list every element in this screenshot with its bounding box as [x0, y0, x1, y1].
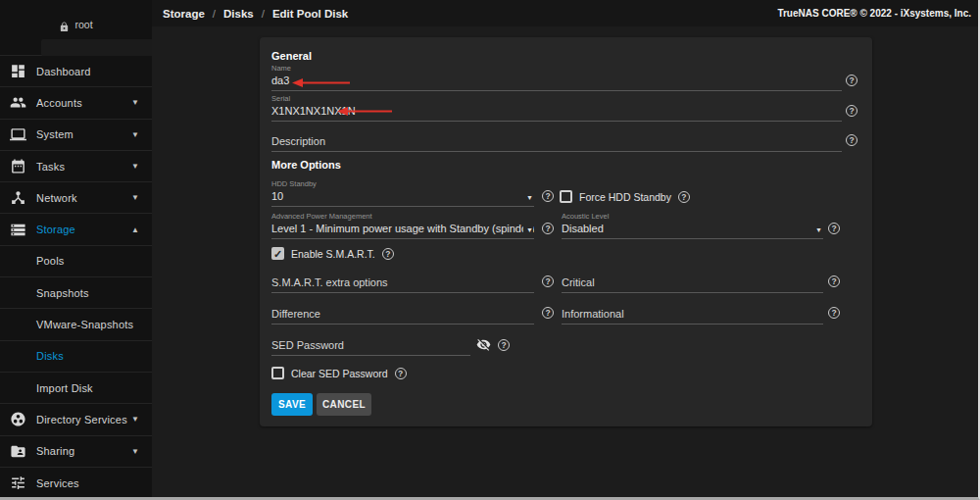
sed-password-help-icon[interactable]: ? — [498, 339, 510, 351]
sidebar-item-label: Import Disk — [36, 382, 93, 394]
sidebar-item-directory-services[interactable]: Directory Services ▼ — [0, 403, 152, 434]
sidebar-item-label: Sharing — [36, 445, 74, 457]
critical-field[interactable]: Critical — [562, 275, 823, 293]
clear-sed-password-checkbox[interactable] — [271, 367, 284, 379]
user-menu[interactable]: root — [0, 0, 152, 55]
sidebar-item-storage[interactable]: Storage ▲ — [0, 213, 152, 244]
sidebar: root Dashboard Accounts ▼ System ▼ Tasks… — [0, 0, 152, 497]
difference-help-icon[interactable]: ? — [542, 307, 554, 319]
chevron-down-icon: ▼ — [131, 98, 139, 107]
sidebar-item-pools[interactable]: Pools — [0, 245, 152, 276]
sidebar-item-label: VMware-Snapshots — [36, 319, 133, 330]
enable-smart-label: Enable S.M.A.R.T. — [291, 248, 375, 260]
enable-smart-help-icon[interactable]: ? — [382, 248, 394, 260]
sidebar-item-accounts[interactable]: Accounts ▼ — [0, 86, 152, 118]
sidebar-item-label: Tasks — [36, 161, 65, 173]
sidebar-item-dashboard[interactable]: Dashboard — [0, 55, 152, 86]
sidebar-nav: Dashboard Accounts ▼ System ▼ Tasks ▼ Ne… — [0, 55, 152, 498]
main-content: General Name da3 ? Serial X1NX1NX1NX1N ? — [152, 26, 978, 497]
enable-smart-row: ✓ Enable S.M.A.R.T. ? — [271, 247, 394, 260]
smart-extra-options-help-icon[interactable]: ? — [542, 275, 554, 287]
acoustic-level-help-icon[interactable]: ? — [828, 223, 840, 234]
username: root — [74, 19, 92, 30]
truenas-app-window: root Dashboard Accounts ▼ System ▼ Tasks… — [0, 0, 980, 500]
force-hdd-standby-checkbox[interactable] — [560, 190, 572, 203]
force-hdd-standby-row: Force HDD Standby ? — [560, 190, 690, 203]
system-icon — [10, 126, 26, 143]
sidebar-item-label: Storage — [36, 224, 75, 235]
name-help-icon[interactable]: ? — [846, 75, 858, 86]
acoustic-level-label: Acoustic Level — [562, 212, 823, 222]
apm-select[interactable]: Advanced Power Management Level 1 - Mini… — [271, 212, 534, 239]
chevron-down-icon: ▼ — [131, 162, 139, 171]
calendar-icon — [10, 158, 26, 175]
sidebar-item-label: Network — [36, 192, 77, 204]
edit-pool-disk-form: General Name da3 ? Serial X1NX1NX1NX1N ? — [260, 37, 872, 426]
difference-placeholder[interactable]: Difference — [271, 307, 534, 325]
section-title-more-options: More Options — [271, 159, 341, 171]
informational-help-icon[interactable]: ? — [828, 307, 840, 319]
informational-field[interactable]: Informational — [562, 307, 823, 325]
force-hdd-standby-label: Force HDD Standby — [579, 191, 671, 203]
hdd-standby-select[interactable]: HDD Standby 10▼ — [271, 179, 534, 207]
section-title-general: General — [271, 50, 312, 62]
force-hdd-standby-help-icon[interactable]: ? — [678, 191, 690, 203]
enable-smart-checkbox[interactable]: ✓ — [271, 247, 284, 260]
sidebar-item-disks[interactable]: Disks — [0, 340, 152, 372]
smart-extra-options-placeholder[interactable]: S.M.A.R.T. extra options — [271, 275, 534, 293]
accounts-icon — [10, 94, 26, 111]
tune-icon — [10, 475, 26, 491]
sidebar-item-snapshots[interactable]: Snapshots — [0, 276, 152, 308]
name-field-label: Name — [271, 64, 842, 74]
breadcrumb-disks[interactable]: Disks — [223, 8, 254, 20]
sidebar-item-label: System — [36, 128, 74, 140]
sidebar-item-label: Pools — [36, 255, 65, 267]
sidebar-item-vmware-snapshots[interactable]: VMware-Snapshots — [0, 308, 152, 339]
lock-icon — [59, 19, 70, 36]
apm-help-icon[interactable]: ? — [542, 223, 554, 234]
smart-extra-options-field[interactable]: S.M.A.R.T. extra options — [271, 275, 534, 293]
name-field[interactable]: Name da3 — [271, 64, 842, 91]
sidebar-item-label: Services — [36, 477, 79, 489]
description-help-icon[interactable]: ? — [846, 134, 858, 146]
save-button[interactable]: SAVE — [271, 393, 313, 416]
storage-icon — [10, 222, 26, 238]
dropdown-caret-icon[interactable]: ▼ — [523, 224, 533, 236]
sidebar-item-label: Directory Services — [36, 414, 127, 425]
sidebar-item-network[interactable]: Network ▼ — [0, 181, 152, 213]
name-field-value[interactable]: da3 — [271, 74, 842, 91]
sed-password-placeholder[interactable]: SED Password — [271, 338, 470, 356]
sidebar-item-services[interactable]: Services — [0, 467, 152, 498]
visibility-off-icon[interactable] — [476, 337, 491, 352]
apm-value[interactable]: Level 1 - Minimum power usage with Stand… — [271, 222, 534, 239]
dropdown-caret-icon[interactable]: ▼ — [526, 191, 533, 204]
critical-help-icon[interactable]: ? — [828, 275, 840, 287]
hdd-standby-value[interactable]: 10▼ — [271, 189, 534, 207]
acoustic-level-select[interactable]: Acoustic Level Disabled▼ — [562, 212, 823, 239]
sidebar-item-system[interactable]: System ▼ — [0, 119, 152, 150]
clear-sed-password-help-icon[interactable]: ? — [395, 368, 407, 379]
difference-field[interactable]: Difference — [271, 307, 534, 325]
critical-placeholder[interactable]: Critical — [562, 275, 823, 293]
dropdown-caret-icon[interactable]: ▼ — [815, 224, 822, 236]
directory-services-icon — [10, 411, 26, 427]
annotation-arrow-serial — [337, 106, 394, 117]
hdd-standby-help-icon[interactable]: ? — [542, 190, 554, 202]
sidebar-item-import-disk[interactable]: Import Disk — [0, 372, 152, 403]
breadcrumb-storage[interactable]: Storage — [163, 8, 205, 20]
description-field[interactable]: Description — [271, 134, 842, 152]
chevron-down-icon: ▼ — [131, 447, 139, 456]
informational-placeholder[interactable]: Informational — [562, 307, 823, 325]
clear-sed-password-row: Clear SED Password ? — [271, 367, 407, 379]
acoustic-level-value[interactable]: Disabled▼ — [562, 222, 823, 239]
sed-password-field[interactable]: SED Password — [271, 338, 470, 356]
brand-copyright: TrueNAS CORE® © 2022 - iXsystems, Inc. — [777, 8, 978, 19]
cancel-button[interactable]: CANCEL — [317, 393, 371, 416]
sidebar-item-sharing[interactable]: Sharing ▼ — [0, 435, 152, 467]
network-icon — [10, 189, 26, 206]
sidebar-item-label: Snapshots — [36, 287, 89, 299]
annotation-arrow-name — [292, 77, 352, 88]
serial-help-icon[interactable]: ? — [846, 105, 858, 117]
description-field-placeholder[interactable]: Description — [271, 134, 842, 152]
sidebar-item-tasks[interactable]: Tasks ▼ — [0, 150, 152, 181]
